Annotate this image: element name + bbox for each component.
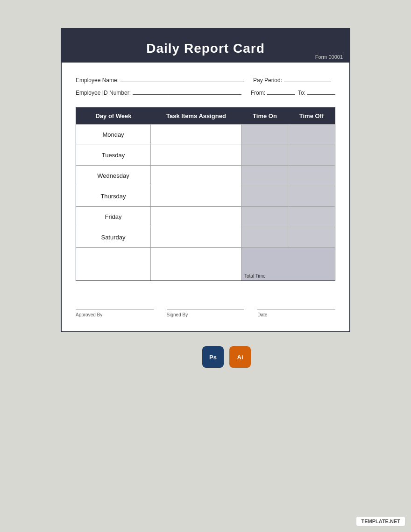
header-task: Task Items Assigned xyxy=(151,108,241,124)
employee-id-label: Employee ID Number: xyxy=(76,90,131,96)
table-row: Wednesday xyxy=(76,165,335,186)
form-number: Form 00001 xyxy=(315,54,343,60)
from-line xyxy=(267,88,295,95)
table-row: Tuesday xyxy=(76,145,335,165)
task-friday xyxy=(151,207,241,227)
date-section: Date xyxy=(257,309,335,317)
total-empty-task xyxy=(151,248,241,280)
task-thursday xyxy=(151,186,241,206)
employee-name-label: Employee Name: xyxy=(76,77,119,84)
table-row: Friday xyxy=(76,206,335,227)
date-line xyxy=(257,309,335,309)
table-row: Thursday xyxy=(76,186,335,206)
approved-by-line xyxy=(76,309,154,309)
header-day: Day of Week xyxy=(76,108,151,124)
day-friday: Friday xyxy=(76,207,151,227)
document-title: Daily Report Card xyxy=(71,41,340,56)
time-on-saturday xyxy=(241,227,288,247)
document-header: Daily Report Card Form 00001 xyxy=(62,33,349,63)
employee-name-row: Employee Name: Pay Period: xyxy=(76,76,335,84)
total-empty-day xyxy=(76,248,151,280)
time-on-friday xyxy=(241,207,288,227)
fields-section: Employee Name: Pay Period: Employee ID N… xyxy=(76,76,335,96)
day-monday: Monday xyxy=(76,125,151,145)
time-off-saturday xyxy=(288,227,335,247)
template-badge: TEMPLATE.NET xyxy=(356,516,405,526)
signatures-section: Approved By Signed By Date xyxy=(76,300,335,317)
app-icons-section: Ps Ai xyxy=(160,346,251,368)
time-on-monday xyxy=(241,125,288,145)
pay-period-label: Pay Period: xyxy=(253,77,282,84)
date-label: Date xyxy=(257,312,267,317)
table-header-row: Day of Week Task Items Assigned Time On … xyxy=(76,108,335,124)
photoshop-icon: Ps xyxy=(202,346,224,368)
task-saturday xyxy=(151,227,241,247)
time-on-tuesday xyxy=(241,145,288,165)
top-bar xyxy=(62,29,349,33)
time-on-thursday xyxy=(241,186,288,206)
signed-by-section: Signed By xyxy=(167,309,245,317)
total-time-label: Total Time xyxy=(244,273,332,279)
signed-by-line xyxy=(167,309,245,309)
approved-by-section: Approved By xyxy=(76,309,154,317)
employee-id-row: Employee ID Number: From: To: xyxy=(76,88,335,96)
document-body: Employee Name: Pay Period: Employee ID N… xyxy=(62,63,349,331)
day-thursday: Thursday xyxy=(76,186,151,206)
total-row: Total Time xyxy=(76,247,335,280)
employee-id-line xyxy=(133,88,241,95)
day-tuesday: Tuesday xyxy=(76,145,151,165)
time-off-wednesday xyxy=(288,166,335,186)
header-time-on: Time On xyxy=(241,108,288,124)
document-card: Daily Report Card Form 00001 Employee Na… xyxy=(61,28,350,332)
to-label: To: xyxy=(298,90,305,96)
weekly-table: Day of Week Task Items Assigned Time On … xyxy=(76,107,335,281)
task-monday xyxy=(151,125,241,145)
approved-by-label: Approved By xyxy=(76,312,102,317)
time-off-thursday xyxy=(288,186,335,206)
task-wednesday xyxy=(151,166,241,186)
day-wednesday: Wednesday xyxy=(76,166,151,186)
illustrator-icon: Ai xyxy=(229,346,251,368)
time-off-tuesday xyxy=(288,145,335,165)
task-tuesday xyxy=(151,145,241,165)
employee-name-line xyxy=(120,76,244,82)
time-off-friday xyxy=(288,207,335,227)
time-on-wednesday xyxy=(241,166,288,186)
total-time-cell: Total Time xyxy=(241,248,335,280)
table-row: Saturday xyxy=(76,227,335,247)
header-time-off: Time Off xyxy=(288,108,335,124)
signed-by-label: Signed By xyxy=(167,312,188,317)
from-label: From: xyxy=(251,90,265,96)
to-line xyxy=(307,88,335,95)
day-saturday: Saturday xyxy=(76,227,151,247)
pay-period-line xyxy=(284,76,331,82)
table-row: Monday xyxy=(76,124,335,145)
time-off-monday xyxy=(288,125,335,145)
